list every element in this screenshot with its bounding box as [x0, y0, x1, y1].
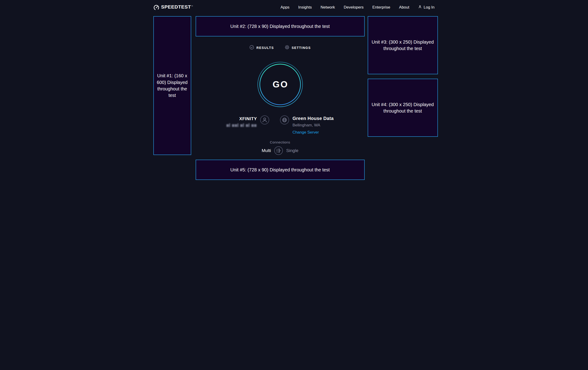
change-server-link[interactable]: Change Server [292, 130, 319, 135]
center-column: Unit #2: (728 x 90) Displayed throughout… [196, 16, 365, 185]
speedtest-page: SPEEDTEST™ Apps Insights Network Develop… [147, 0, 441, 185]
tab-settings[interactable]: SETTINGS [284, 45, 311, 51]
ad-unit-5-text: Unit #5: (728 x 90) Displayed throughout… [230, 167, 330, 173]
settings-tab-label: SETTINGS [292, 46, 311, 50]
server-location: Bellingham, WA [292, 123, 320, 128]
main-layout: Unit #1: (160 x 600) Displayed throughou… [147, 13, 441, 185]
results-tab-label: RESULTS [256, 46, 274, 50]
ad-unit-3[interactable]: Unit #3: (300 x 250) Displayed throughou… [368, 16, 438, 74]
gear-icon [284, 45, 290, 51]
nav-item-apps[interactable]: Apps [281, 5, 290, 10]
masked-ip-address: ▆▍▆▆▍▆▍▆▍▆▆ [226, 123, 257, 127]
top-nav-bar: SPEEDTEST™ Apps Insights Network Develop… [147, 0, 441, 13]
login-label: Log In [424, 5, 434, 10]
ad-unit-3-text: Unit #3: (300 x 250) Displayed throughou… [371, 39, 435, 52]
ad-unit-1[interactable]: Unit #1: (160 x 600) Displayed throughou… [153, 16, 191, 155]
trademark-symbol: ™ [191, 5, 193, 7]
connections-multi-option[interactable]: Multi [262, 148, 271, 153]
ad-unit-2-text: Unit #2: (728 x 90) Displayed throughout… [230, 23, 330, 30]
check-circle-icon [249, 45, 254, 51]
isp-user-icon [260, 115, 269, 125]
connection-info-row: XFINITY ▆▍▆▆▍▆▍▆▍▆▆ [226, 115, 334, 135]
ad-unit-4[interactable]: Unit #4: (300 x 250) Displayed throughou… [368, 79, 438, 137]
connections-label: Connections [270, 140, 290, 144]
ad-unit-1-text: Unit #1: (160 x 600) Displayed throughou… [156, 72, 189, 99]
connections-section: Connections Multi [262, 140, 298, 155]
speedtest-logo[interactable]: SPEEDTEST™ [153, 4, 193, 11]
server-globe-icon [280, 115, 289, 125]
speedometer-icon [153, 4, 159, 11]
view-tabs: RESULTS SETTINGS [249, 45, 311, 51]
brand-wordmark: SPEEDTEST™ [161, 4, 193, 10]
ad-unit-4-text: Unit #4: (300 x 250) Displayed throughou… [371, 101, 435, 114]
right-ad-rail: Unit #3: (300 x 250) Displayed throughou… [368, 16, 438, 137]
tab-results[interactable]: RESULTS [249, 45, 274, 51]
server-name: Green House Data [292, 116, 334, 121]
left-ad-rail: Unit #1: (160 x 600) Displayed throughou… [153, 16, 191, 155]
nav-item-about[interactable]: About [399, 5, 409, 10]
connections-single-option[interactable]: Single [286, 148, 298, 153]
multi-connection-toggle-icon[interactable] [274, 146, 283, 155]
nav-item-developers[interactable]: Developers [344, 5, 364, 10]
nav-item-insights[interactable]: Insights [298, 5, 312, 10]
nav-item-enterprise[interactable]: Enterprise [372, 5, 390, 10]
isp-block: XFINITY ▆▍▆▆▍▆▍▆▍▆▆ [226, 116, 257, 127]
user-icon [418, 5, 422, 10]
ad-unit-5[interactable]: Unit #5: (728 x 90) Displayed throughout… [196, 160, 365, 180]
ad-unit-2[interactable]: Unit #2: (728 x 90) Displayed throughout… [196, 16, 365, 36]
login-button[interactable]: Log In [418, 5, 434, 10]
isp-name: XFINITY [239, 116, 257, 121]
nav-item-network[interactable]: Network [321, 5, 335, 10]
go-button-label: GO [257, 61, 303, 108]
connections-toggle-row: Multi [262, 146, 298, 155]
go-button[interactable]: GO [257, 61, 303, 108]
main-nav: Apps Insights Network Developers Enterpr… [281, 5, 435, 10]
server-block: Green House Data Bellingham, WA Change S… [292, 116, 334, 135]
